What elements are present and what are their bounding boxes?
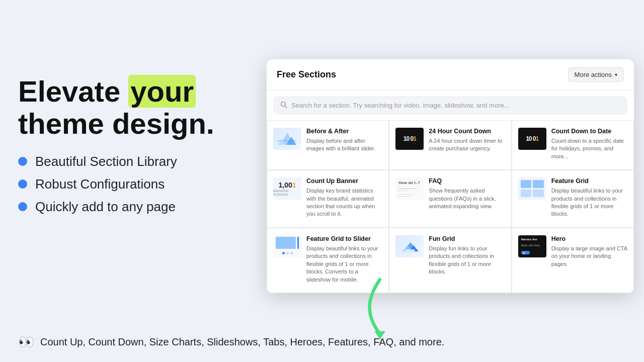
section-name-feature-grid: Feature Grid	[551, 177, 627, 185]
headline: Elevate yourtheme design.	[18, 75, 245, 140]
bullet-text-1: Beautiful Section Library	[35, 154, 177, 169]
section-name-countdown-24: 24 Hour Count Down	[429, 128, 505, 135]
bullet-list: Beautiful Section Library Robust Configu…	[18, 154, 245, 215]
bullet-dot-3	[18, 202, 27, 211]
section-thumb-countup: 1,001 Milestone Achieved	[273, 177, 301, 200]
section-name-fun-grid: Fun Grid	[429, 235, 505, 243]
section-thumb-before-after	[273, 128, 301, 150]
chevron-down-icon: ▾	[615, 72, 617, 77]
section-card-faq[interactable]: How do I..? FAQ Show frequently asked qu…	[389, 170, 511, 228]
modal-header: Free Sections More actions ▾	[267, 59, 634, 90]
section-card-countup[interactable]: 1,001 Milestone Achieved Count Up Banner…	[267, 170, 389, 228]
section-info-countdown-date: Count Down to Date Count down to a speci…	[551, 128, 627, 160]
search-icon	[280, 101, 287, 110]
left-panel: Elevate yourtheme design. Beautiful Sect…	[18, 75, 245, 231]
section-info-feature-grid: Feature Grid Display beautiful links to …	[551, 177, 627, 218]
section-card-hero[interactable]: Heroes Are Better with Video ▶ Hero Disp…	[512, 228, 634, 293]
section-card-countdown-24[interactable]: 10 01 24 Hour Count Down A 24 hour count…	[389, 120, 511, 170]
green-arrow-decoration	[357, 274, 403, 339]
section-card-feature-grid[interactable]: Feature Grid Display beautiful links to …	[512, 170, 634, 228]
svg-rect-9	[405, 249, 415, 252]
section-desc-hero: Display a large image and CTA on your ho…	[551, 245, 627, 268]
search-bar[interactable]: Search for a section. Try searching for …	[274, 97, 627, 114]
section-thumb-fun-grid	[395, 235, 424, 257]
section-info-faq: FAQ Show frequently asked questions (FAQ…	[429, 177, 505, 210]
section-name-feature-slider: Feature Grid to Slider	[306, 235, 382, 243]
section-info-countup: Count Up Banner Display key brand statis…	[306, 177, 382, 218]
section-thumb-countdown-24: 10 01	[395, 128, 424, 150]
section-info-before-after: Before & After Display before and after …	[306, 128, 382, 153]
section-info-hero: Hero Display a large image and CTA on yo…	[551, 235, 627, 268]
section-thumb-faq: How do I..?	[395, 177, 424, 200]
section-desc-countdown-date: Count down to a specific date for holida…	[551, 137, 627, 160]
section-thumb-feature-slider	[273, 235, 301, 257]
section-card-countdown-date[interactable]: 10 01 Count Down to Date Count down to a…	[512, 120, 634, 170]
modal-title: Free Sections	[277, 69, 336, 80]
sections-modal: Free Sections More actions ▾ Search for …	[267, 59, 634, 293]
more-actions-button[interactable]: More actions ▾	[568, 67, 624, 82]
svg-marker-10	[374, 331, 385, 339]
section-desc-feature-grid: Display beautiful links to your products…	[551, 187, 627, 218]
svg-line-1	[285, 106, 287, 108]
section-desc-faq: Show frequently asked questions (FAQs) i…	[429, 187, 505, 210]
bullet-item-3: Quickly add to any page	[18, 199, 245, 215]
section-name-before-after: Before & After	[306, 128, 382, 135]
bullet-text-2: Robust Configurations	[35, 176, 165, 192]
section-name-countup: Count Up Banner	[306, 177, 382, 185]
section-thumb-hero: Heroes Are Better with Video ▶	[518, 235, 546, 257]
search-placeholder-text: Search for a section. Try searching for …	[291, 102, 510, 109]
headline-highlight: your	[128, 75, 196, 108]
bullet-item-2: Robust Configurations	[18, 176, 245, 192]
bullet-item-1: Beautiful Section Library	[18, 154, 245, 169]
section-name-hero: Hero	[551, 235, 627, 243]
bullet-dot-2	[18, 179, 27, 189]
bullet-dot-1	[18, 157, 27, 166]
more-actions-label: More actions	[575, 71, 612, 78]
section-desc-countdown-24: A 24 hour count down timer to create pur…	[429, 137, 505, 153]
sections-grid: Before & After Display before and after …	[267, 120, 634, 293]
section-info-fun-grid: Fun Grid Display fun links to your produ…	[429, 235, 505, 276]
section-desc-fun-grid: Display fun links to your products and c…	[429, 245, 505, 276]
section-name-countdown-date: Count Down to Date	[551, 128, 627, 135]
section-name-faq: FAQ	[429, 177, 505, 185]
section-thumb-countdown-date: 10 01	[518, 128, 546, 150]
eyes-emoji: 👀	[18, 334, 34, 350]
section-card-fun-grid[interactable]: Fun Grid Display fun links to your produ…	[389, 228, 511, 293]
section-desc-before-after: Display before and after images with a b…	[306, 137, 382, 153]
section-thumb-feature-grid	[518, 177, 546, 200]
bullet-text-3: Quickly add to any page	[35, 199, 176, 215]
section-info-countdown-24: 24 Hour Count Down A 24 hour count down …	[429, 128, 505, 153]
section-desc-countup: Display key brand statistics with the be…	[306, 187, 382, 218]
section-card-before-after[interactable]: Before & After Display before and after …	[267, 120, 389, 170]
